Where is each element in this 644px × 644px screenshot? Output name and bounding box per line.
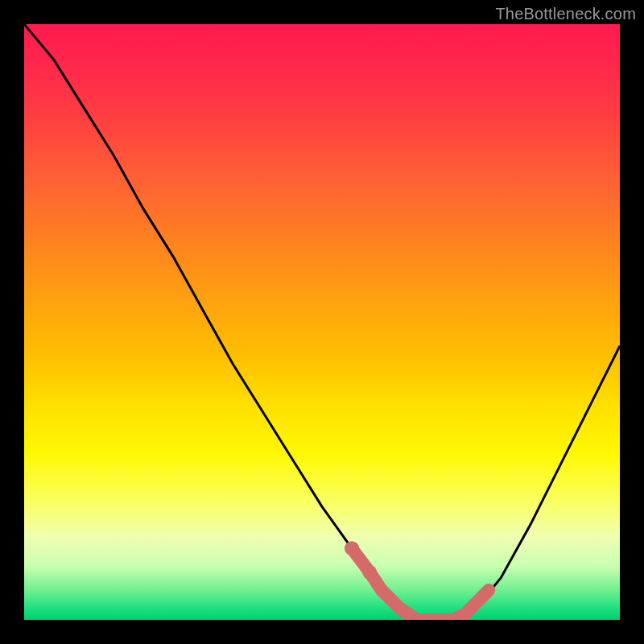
chart-frame: TheBottleneck.com (0, 0, 644, 644)
chart-svg (24, 24, 620, 620)
marker-group (345, 541, 489, 620)
bottleneck-curve (24, 24, 620, 620)
marker-dot (362, 565, 377, 580)
marker-line (352, 548, 489, 620)
marker-dot (345, 541, 359, 555)
watermark-text: TheBottleneck.com (495, 5, 636, 23)
